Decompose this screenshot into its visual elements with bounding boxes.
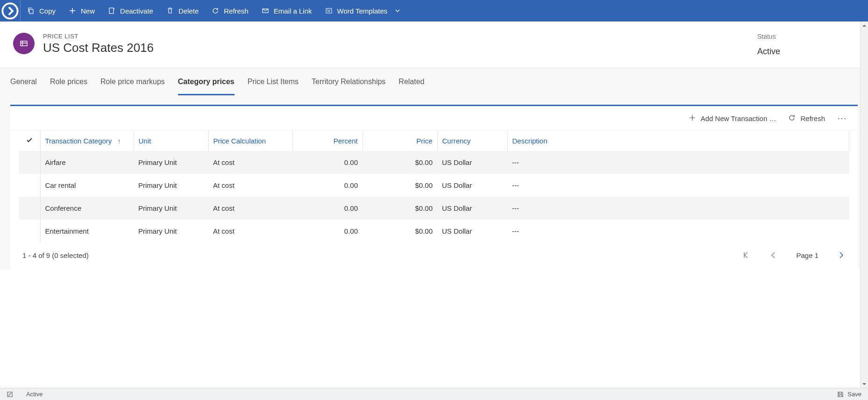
tab-related[interactable]: Related xyxy=(398,68,424,95)
cell-calc: At cost xyxy=(208,197,292,220)
col-unit-label: Unit xyxy=(139,137,151,145)
cell-calc: At cost xyxy=(208,220,292,243)
refresh-icon xyxy=(212,7,219,14)
pager-first-button[interactable] xyxy=(742,251,750,259)
tab-role-price-markups[interactable]: Role price markups xyxy=(100,68,165,95)
command-bar: Copy New Deactivate Delete Refresh Email… xyxy=(0,0,868,21)
new-button[interactable]: New xyxy=(62,0,101,21)
cell-category[interactable]: Car rental xyxy=(40,174,134,197)
svg-rect-1 xyxy=(29,9,33,14)
header-row: Transaction Category ↑ Unit Price Calcul… xyxy=(19,131,849,151)
vertical-scrollbar[interactable] xyxy=(860,21,868,270)
col-currency[interactable]: Currency xyxy=(437,131,507,151)
row-selector[interactable] xyxy=(19,174,40,197)
status-label: Status xyxy=(757,33,780,40)
svg-point-0 xyxy=(2,3,17,18)
grid-more-button[interactable]: ⋯ xyxy=(837,113,847,124)
word-templates-button[interactable]: W Word Templates xyxy=(319,0,407,21)
cell-category[interactable]: Entertainment xyxy=(40,220,134,243)
add-new-transaction-button[interactable]: Add New Transaction … xyxy=(689,114,776,123)
cell-percent: 0.00 xyxy=(292,220,363,243)
cell-category[interactable]: Airfare xyxy=(40,151,134,174)
cell-unit[interactable]: Primary Unit xyxy=(134,220,208,243)
col-calc-label: Price Calculation xyxy=(213,137,266,145)
cell-price: $0.00 xyxy=(363,151,437,174)
cell-category[interactable]: Conference xyxy=(40,197,134,220)
chevron-down-icon xyxy=(395,7,400,15)
cell-price: $0.00 xyxy=(363,197,437,220)
cell-description: --- xyxy=(507,197,849,220)
svg-text:W: W xyxy=(327,9,331,13)
table-row[interactable]: Car rentalPrimary UnitAt cost0.00$0.00US… xyxy=(19,174,849,197)
cell-price: $0.00 xyxy=(363,174,437,197)
grid-refresh-button[interactable]: Refresh xyxy=(788,114,825,123)
refresh-label: Refresh xyxy=(224,7,249,15)
col-price-label: Price xyxy=(416,137,432,145)
row-selector[interactable] xyxy=(19,220,40,243)
cell-unit[interactable]: Primary Unit xyxy=(134,197,208,220)
col-percent-label: Percent xyxy=(334,137,358,145)
table-row[interactable]: ConferencePrimary UnitAt cost0.00$0.00US… xyxy=(19,197,849,220)
row-selector[interactable] xyxy=(19,197,40,220)
delete-label: Delete xyxy=(178,7,199,15)
cell-unit[interactable]: Primary Unit xyxy=(134,151,208,174)
grid-refresh-label: Refresh xyxy=(800,114,825,122)
copy-button[interactable]: Copy xyxy=(21,0,62,21)
col-unit[interactable]: Unit xyxy=(134,131,208,151)
cell-unit[interactable]: Primary Unit xyxy=(134,174,208,197)
cell-description: --- xyxy=(507,174,849,197)
pager-page-label: Page 1 xyxy=(796,251,818,259)
copy-label: Copy xyxy=(39,7,56,15)
tab-role-prices[interactable]: Role prices xyxy=(50,68,87,95)
trash-icon xyxy=(166,7,174,14)
cell-description: --- xyxy=(507,151,849,174)
deactivate-label: Deactivate xyxy=(120,7,153,15)
tab-territory-relationships[interactable]: Territory Relationships xyxy=(312,68,385,95)
pager-next-button[interactable] xyxy=(837,251,846,259)
grid-toolbar: Add New Transaction … Refresh ⋯ xyxy=(10,106,858,130)
cell-currency[interactable]: US Dollar xyxy=(437,174,507,197)
refresh-icon xyxy=(788,114,796,123)
cell-calc: At cost xyxy=(208,151,292,174)
cell-price: $0.00 xyxy=(363,220,437,243)
table-row[interactable]: EntertainmentPrimary UnitAt cost0.00$0.0… xyxy=(19,220,849,243)
content-area: Add New Transaction … Refresh ⋯ Transact… xyxy=(0,95,868,270)
command-bar-expand-button[interactable] xyxy=(0,0,21,21)
col-price[interactable]: Price xyxy=(363,131,437,151)
pager-prev-button[interactable] xyxy=(769,251,777,259)
copy-icon xyxy=(27,7,35,14)
entity-avatar xyxy=(13,33,35,54)
cell-currency[interactable]: US Dollar xyxy=(437,197,507,220)
col-description[interactable]: Description xyxy=(507,131,849,151)
col-transaction-category[interactable]: Transaction Category ↑ xyxy=(40,131,134,151)
cell-percent: 0.00 xyxy=(292,197,363,220)
delete-button[interactable]: Delete xyxy=(160,0,205,21)
tab-price-list-items[interactable]: Price List Items xyxy=(248,68,299,95)
col-currency-label: Currency xyxy=(442,137,471,145)
col-description-label: Description xyxy=(512,137,548,145)
word-icon: W xyxy=(325,7,333,14)
grid-footer: 1 - 4 of 9 (0 selected) Page 1 xyxy=(10,243,858,270)
new-label: New xyxy=(81,7,95,15)
cell-currency[interactable]: US Dollar xyxy=(437,151,507,174)
row-selector[interactable] xyxy=(19,151,40,174)
cell-currency[interactable]: US Dollar xyxy=(437,220,507,243)
email-link-label: Email a Link xyxy=(274,7,312,15)
select-all-header[interactable] xyxy=(19,131,40,151)
grid-summary: 1 - 4 of 9 (0 selected) xyxy=(22,251,89,259)
refresh-button[interactable]: Refresh xyxy=(205,0,255,21)
tab-general[interactable]: General xyxy=(10,68,37,95)
email-link-button[interactable]: Email a Link xyxy=(255,0,319,21)
sort-asc-icon: ↑ xyxy=(118,137,121,145)
pager: Page 1 xyxy=(742,251,846,259)
scroll-up-button[interactable] xyxy=(861,21,868,29)
deactivate-button[interactable]: Deactivate xyxy=(101,0,160,21)
record-header: PRICE LIST US Cost Rates 2016 Status Act… xyxy=(0,21,868,68)
col-price-calculation[interactable]: Price Calculation xyxy=(208,131,292,151)
tab-category-prices[interactable]: Category prices xyxy=(178,68,235,95)
grid-card: Add New Transaction … Refresh ⋯ Transact… xyxy=(10,105,858,270)
entity-type-label: PRICE LIST xyxy=(43,33,154,40)
table-row[interactable]: AirfarePrimary UnitAt cost0.00$0.00US Do… xyxy=(19,151,849,174)
col-percent[interactable]: Percent xyxy=(292,131,363,151)
cell-calc: At cost xyxy=(208,174,292,197)
